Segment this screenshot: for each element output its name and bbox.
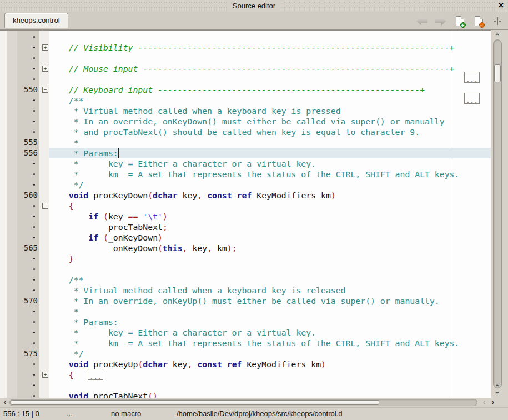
scroll-left-icon-right[interactable]: ‹ (480, 398, 489, 406)
code-text: * In an override, onKeyDown() must eithe… (49, 116, 445, 127)
line-dot (33, 216, 35, 217)
back-button[interactable] (416, 15, 428, 27)
code-line[interactable]: */ (0, 179, 491, 190)
scroll-up-icon[interactable]: ‹ (493, 31, 502, 38)
line-number: 570 (16, 296, 38, 306)
fold-ellipsis-box[interactable]: ... (464, 93, 480, 104)
tab-kheops-control[interactable]: kheops.control (4, 13, 68, 28)
code-text: /** (49, 95, 83, 106)
code-text: void procTabNext() (49, 391, 158, 398)
code-line[interactable]: − { (0, 201, 491, 211)
code-line[interactable] (0, 53, 491, 63)
code-line[interactable]: * km = A set that represents the status … (0, 169, 491, 179)
code-line[interactable]: * Params: (0, 317, 491, 327)
code-line[interactable]: 560 void procKeyDown(dchar key, const re… (0, 190, 491, 201)
code-editor[interactable]: + // Visibility ------------------------… (0, 30, 491, 398)
code-line[interactable]: + // Mouse input -----------------------… (0, 63, 491, 74)
scroll-down-icon[interactable]: › (493, 389, 502, 397)
line-dot (33, 321, 35, 323)
code-line[interactable]: * (0, 306, 491, 317)
line-dot (33, 226, 35, 228)
scroll-right-icon[interactable]: › (489, 398, 497, 406)
status-ellipsis: ... (67, 409, 73, 418)
code-line[interactable]: void procTabNext() (0, 391, 491, 398)
code-line[interactable]: * key = Either a character or a virtual … (0, 158, 491, 169)
fold-toggle-icon[interactable]: − (42, 87, 48, 93)
code-line[interactable]: * Virtual method called when a keyboard … (0, 106, 491, 116)
caret-position-status: 556 : 15 | 0 (3, 409, 39, 418)
close-document-button[interactable]: − (472, 15, 485, 27)
new-document-button[interactable]: + (454, 15, 466, 27)
code-line[interactable] (0, 380, 491, 391)
split-view-button[interactable] (491, 15, 504, 27)
line-number: 560 (16, 190, 38, 201)
code-text: { (49, 201, 74, 211)
fold-toggle-icon[interactable]: + (42, 372, 48, 378)
code-text: * Params: (49, 148, 118, 158)
horizontal-scrollbar-track[interactable] (9, 399, 477, 406)
scroll-up-icon-bottom[interactable]: ‹ (493, 382, 502, 389)
code-text: procTabNext; (49, 222, 168, 232)
code-line[interactable] (0, 74, 491, 84)
code-line[interactable]: /** (0, 95, 491, 106)
code-line[interactable]: + // Visibility ------------------------… (0, 42, 491, 53)
line-dot (33, 258, 35, 259)
code-text: * (49, 137, 78, 148)
line-dot (33, 184, 35, 186)
code-line[interactable]: 565 _onKeyDown(this, key, km); (0, 243, 491, 253)
fold-toggle-icon[interactable]: + (42, 44, 48, 51)
code-line[interactable]: * km = A set that represents the status … (0, 338, 491, 348)
fold-toggle-icon[interactable]: − (42, 203, 48, 209)
fold-ellipsis-box[interactable]: ... (88, 369, 103, 380)
vertical-scrollbar[interactable]: ‹ ‹ › (491, 30, 504, 398)
code-line[interactable]: 575 */ (0, 348, 491, 359)
source-editor-window: Source editor ✕ kheops.control + − (0, 0, 508, 420)
code-line[interactable]: * In an override, onKeyDown() must eithe… (0, 116, 491, 127)
forward-button[interactable] (435, 15, 447, 27)
line-dot (33, 268, 35, 270)
code-line[interactable]: void procKeyUp(dchar key, const ref KeyM… (0, 359, 491, 369)
line-number: 565 (16, 243, 38, 253)
fold-toggle-icon[interactable]: + (42, 66, 48, 72)
code-line[interactable] (0, 264, 491, 274)
code-line[interactable]: } (0, 253, 491, 264)
code-text: if (_onKeyDown) (49, 232, 163, 243)
code-line[interactable]: procTabNext; (0, 222, 491, 232)
code-line[interactable]: 550− // Keyboard input -----------------… (0, 84, 491, 95)
tab-bar: kheops.control + − (0, 12, 508, 30)
vertical-scrollbar-thumb[interactable] (494, 64, 501, 82)
close-window-icon[interactable]: ✕ (497, 1, 505, 10)
code-line[interactable]: * Virtual method called when a keyboard … (0, 285, 491, 296)
code-line[interactable]: + {... (0, 369, 491, 380)
code-line[interactable]: * and procTabNext() should be called whe… (0, 127, 491, 137)
code-text: */ (49, 348, 83, 359)
plus-badge-icon: + (460, 22, 466, 28)
line-dot (33, 205, 35, 207)
line-dot (33, 237, 35, 238)
code-line[interactable]: /** (0, 274, 491, 285)
window-titlebar[interactable]: Source editor ✕ (0, 0, 508, 12)
close-document-icon: − (475, 16, 483, 26)
code-text: void procKeyUp(dchar key, const ref KeyM… (49, 359, 326, 369)
code-text: } (49, 253, 74, 264)
code-line[interactable]: 555 * (0, 137, 491, 148)
code-line[interactable]: 556 * Params: (0, 148, 491, 158)
code-text: if (key == '\t') (49, 211, 168, 222)
fold-ellipsis-box[interactable]: ... (464, 72, 480, 83)
code-line[interactable]: 570 * In an override, onKeyUp() must eit… (0, 296, 491, 306)
scroll-left-icon[interactable]: ‹ (1, 398, 9, 406)
code-line[interactable] (0, 32, 491, 42)
code-line[interactable]: * key = Either a character or a virtual … (0, 327, 491, 338)
horizontal-scrollbar[interactable]: ‹ ‹ › (0, 398, 508, 407)
horizontal-scrollbar-thumb[interactable] (11, 400, 379, 405)
vertical-scrollbar-track[interactable] (493, 39, 502, 388)
line-dot (33, 47, 35, 48)
line-dot (33, 121, 35, 122)
code-line[interactable]: if (_onKeyDown) (0, 232, 491, 243)
line-dot (33, 99, 35, 101)
code-line[interactable]: if (key == '\t') (0, 211, 491, 222)
line-dot (33, 173, 35, 175)
line-number: 575 (16, 348, 38, 359)
code-text: * Params: (49, 317, 118, 327)
line-dot (33, 36, 35, 38)
